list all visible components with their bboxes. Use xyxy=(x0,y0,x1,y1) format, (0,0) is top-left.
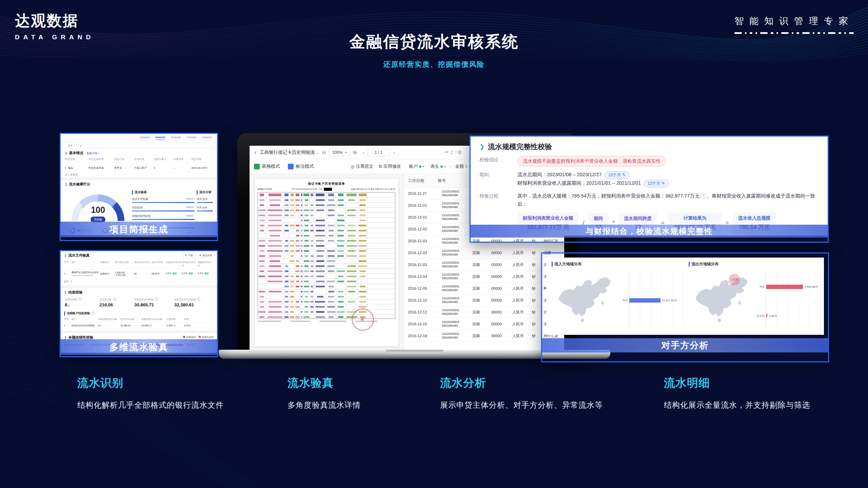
good-badge: 良好 xyxy=(188,272,194,274)
annotate-mode-button[interactable]: 标注模式 xyxy=(288,163,314,169)
table-row[interactable]: 2016-12-18 1102026501056286490 活期 00000 … xyxy=(404,330,564,342)
conclusion-pill: 流水规模不能覆盖财报利润表中营业收入金额，请检查流水真实性 xyxy=(517,156,666,166)
outflow-region-chart: 流出方地域分布 北京市 为空 9,646.88万 北京市 0.84万 xyxy=(689,262,822,332)
interest-check-title: 结息校验 xyxy=(68,290,83,295)
download-button[interactable]: ⬇下载 xyxy=(183,253,195,258)
page-indicator: 1 / 1 xyxy=(367,149,390,156)
brand-tagline-text: 智能知识管理专家 xyxy=(734,15,854,27)
zoom-level-select[interactable]: 100% ▾ xyxy=(329,149,350,156)
apply-changes-button[interactable]: ⧉ 应用修改 xyxy=(379,163,401,169)
row-count-text: 共 1 条数据 xyxy=(65,173,213,177)
stat-card: 总结息次数 ? 8次 xyxy=(64,297,99,309)
caret-icon: ❯ xyxy=(65,183,67,186)
conclusion-label: 校验结论 xyxy=(479,156,517,163)
gauge-tick: 50 xyxy=(97,200,99,203)
good-badge: 良好 xyxy=(204,272,209,274)
info-icon: ? xyxy=(113,298,116,301)
feature-item: 流水验真 多角度验真流水详情 xyxy=(288,375,361,410)
interest-cards: 总结息次数 ? 8次 总结息利息 ? 216.06 利息推送总均余额 ? 30,… xyxy=(64,297,214,309)
check-item[interactable]: 结息校验 10/10 › xyxy=(132,206,195,211)
table-row[interactable]: 2016-12-12 1102026501056286490 活期 00000 … xyxy=(404,306,564,318)
info-icon: ? xyxy=(197,298,200,301)
view-original-button[interactable]: ◎ 仅看原文 xyxy=(351,163,373,169)
table-row[interactable]: 2016-12-05 1102026501056286490 活期 00000 … xyxy=(404,283,564,294)
beijing-label: 北京市 xyxy=(731,278,738,281)
analysis-column-clipped: 流水分析 异常流水 对手分析 xyxy=(197,190,213,214)
period-pill1[interactable]: 12个月 ✎ xyxy=(604,171,630,179)
filter-account[interactable]: 账户 ▾ xyxy=(409,163,424,169)
laptop-notch xyxy=(386,350,443,353)
edit-icon: ✎ xyxy=(662,181,665,186)
caret-icon: ❯ xyxy=(479,143,485,150)
prev-page-icon[interactable]: ‹ xyxy=(362,150,364,155)
feature-desc: 展示申贷主体分析、对手方分析、异常流水等 xyxy=(440,400,603,410)
table-row[interactable]: 2016-12-10 1102026501056286490 活期 00000 … xyxy=(404,294,564,306)
page-title: 金融信贷流水审核系统 xyxy=(0,31,868,53)
caption-counterparty: 对手方分析 xyxy=(542,338,828,352)
caret-icon: ❯ xyxy=(64,336,67,339)
apply-changes-icon: ⧉ xyxy=(379,164,382,169)
balance-legend: 余额连续 余额不连续 xyxy=(183,336,214,339)
statement-branch: 诸城支行营业部 xyxy=(258,188,272,191)
subject-tab[interactable]: 1 ▾ xyxy=(64,142,77,148)
table-row[interactable]: 2016-12-03 1102026501056286490 活期 00000 … xyxy=(404,247,564,259)
doc-name: 工商银行借记卡历史明细清... xyxy=(260,149,318,156)
check-dot-icon xyxy=(440,165,443,168)
basic-info-row: 1法人 申贷主体本体 零售业 个体工商户 1 – 2020-06-15T0 xyxy=(65,165,213,172)
feature-title: 流水识别 xyxy=(77,375,224,391)
process-label: 校验过程 xyxy=(479,192,517,199)
scale-check-screenshot: ❯ 流水规模完整性校验 校验结论 流水规模不能覆盖财报利润表中营业收入金额，请检… xyxy=(471,137,828,236)
filter-header[interactable]: 表头 ▾ xyxy=(430,163,446,169)
report-screenshot: 1 ▾ + ❯ 基本情况 查看详情 » 申贷主体申贷主体性质所处行业企业性质法定… xyxy=(61,134,217,235)
zoom-level: 100% xyxy=(332,150,343,155)
gauge-value: 100 xyxy=(65,205,131,215)
filter-amount[interactable]: 金额 1 ▾ xyxy=(455,163,471,169)
check-dot-icon xyxy=(419,165,421,168)
page-subtitle: 还原经营实质、挖掘偿债风险 xyxy=(0,60,868,69)
caret-icon: ❯ xyxy=(65,151,67,155)
panel-counterparty: 流入方地域分布 为空 11,817.81万 流出方地域分布 xyxy=(541,252,829,362)
slide-root: 达观数据 DATA GRAND 智能知识管理专家 金融信贷流水审核系统 还原经营… xyxy=(0,0,868,488)
china-map-icon xyxy=(689,273,758,327)
check-item[interactable]: 余额连续性校验 10/10 › xyxy=(132,214,195,220)
report-settings-button[interactable]: ⚙报告设置 xyxy=(197,253,214,258)
next-page-icon[interactable]: › xyxy=(393,150,395,155)
view-details-link[interactable]: 查看详情 » xyxy=(86,151,100,155)
basic-info-title: 基本情况 xyxy=(69,151,83,156)
view-original-icon: ◎ xyxy=(351,164,354,169)
feature-title: 流水分析 xyxy=(440,375,603,391)
brand-logo-cn: 达观数据 xyxy=(15,11,94,31)
file-verify-row: 1 诸城市金光蔬菜专业合作社810600201421008580 云商银行 1,… xyxy=(64,269,214,279)
checks-column-title: 流水验真 xyxy=(132,190,195,195)
period-label: 期间 xyxy=(479,171,517,178)
feature-desc: 结构化展示全量流水，并支持剔除与筛选 xyxy=(664,400,810,410)
statement-card: 卡号:6222021102021474732 户名: xyxy=(291,188,332,191)
outflow-bar-beijing[interactable]: 北京市 0.84万 xyxy=(766,314,767,317)
scale-check-title: 流水规模完整性校验 xyxy=(488,142,552,151)
table-row[interactable]: 2016-12-03 1102026501056286490 活期 00000 … xyxy=(404,259,564,271)
statement-range: 起始日期:2016-11-22 截止日期:2017-11-22 第1页 xyxy=(351,188,395,191)
zoom-out-icon[interactable]: ⊖ xyxy=(322,149,326,156)
prev-doc-button[interactable]: ⏮ 上一篇 xyxy=(445,149,462,155)
zoom-in-icon[interactable]: ⊕ xyxy=(353,149,357,156)
outflow-bar-empty[interactable]: 为空 9,646.88万 xyxy=(766,285,803,289)
caret-icon: ❯ xyxy=(64,291,67,294)
period-pill2[interactable]: 12个月 ✎ xyxy=(644,180,669,188)
redaction-box xyxy=(324,188,332,191)
outflow-bars: 为空 9,646.88万 北京市 0.84万 xyxy=(766,272,821,329)
feature-item: 流水分析 展示申贷主体分析、对手方分析、异常流水等 xyxy=(440,375,603,410)
table-row[interactable]: 2016-12-04 1102026501056286490 活期 00000 … xyxy=(404,271,564,283)
add-tab-button[interactable]: + xyxy=(77,143,85,148)
table-row[interactable]: 2016-12-15 1102026501056286490 活期 00000 … xyxy=(404,318,564,330)
feature-title: 流水验真 xyxy=(288,375,361,391)
file-verify-header: 序号账户所属银行流入流出金额真实性综合评分流水可靠性结息缺失百分比对手缺失百分比… xyxy=(64,261,214,269)
back-icon[interactable]: ‹ xyxy=(254,149,256,156)
info-icon[interactable]: ? xyxy=(700,193,706,199)
inflow-bar[interactable]: 为空 11,817.81万 xyxy=(629,298,660,303)
china-map-icon xyxy=(552,273,621,327)
panel-report-generation: 1 ▾ + ❯ 基本情况 查看详情 » 申贷主体申贷主体性质所处行业企业性质法定… xyxy=(60,133,218,241)
table-mode-button[interactable]: 表格模式 xyxy=(254,163,280,169)
edit-icon[interactable]: ✎ xyxy=(174,324,176,327)
check-item[interactable]: 流水文件验真 10/10 › xyxy=(132,197,195,203)
scanned-bank-statement: 借记卡账户历史明细清单 诸城支行营业部 卡号:62220211020214747… xyxy=(255,179,398,346)
